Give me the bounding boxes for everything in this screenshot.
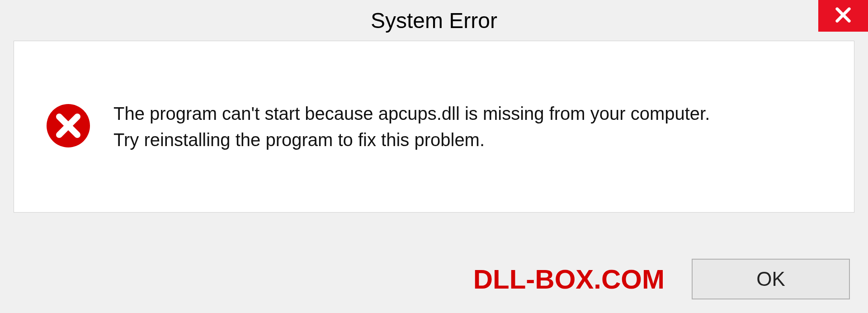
error-message: The program can't start because apcups.d…	[113, 100, 710, 153]
error-message-line2: Try reinstalling the program to fix this…	[113, 127, 710, 153]
close-icon	[834, 6, 852, 26]
error-message-line1: The program can't start because apcups.d…	[113, 100, 710, 127]
message-panel: The program can't start because apcups.d…	[14, 41, 854, 213]
dialog-window: System Error The program can't start bec…	[0, 0, 868, 313]
titlebar: System Error	[0, 0, 868, 41]
ok-button[interactable]: OK	[692, 259, 850, 299]
window-title: System Error	[371, 8, 497, 33]
close-button[interactable]	[818, 0, 868, 32]
footer: DLL-BOX.COM OK	[0, 259, 868, 299]
brand-watermark: DLL-BOX.COM	[473, 264, 665, 295]
error-icon	[46, 103, 91, 150]
